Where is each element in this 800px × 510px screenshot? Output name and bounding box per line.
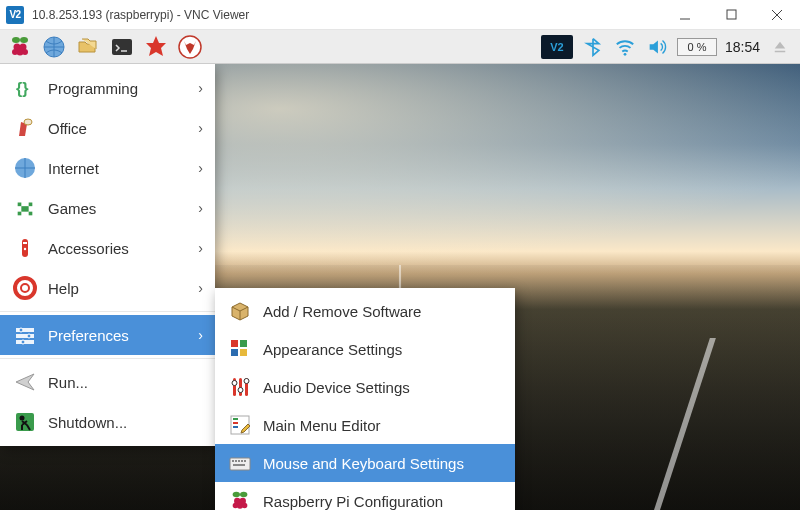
web-browser-launcher[interactable] xyxy=(40,33,68,61)
menu-accessories[interactable]: Accessories › xyxy=(0,228,215,268)
svg-rect-39 xyxy=(240,340,247,347)
menu-help[interactable]: Help › xyxy=(0,268,215,308)
menu-item-label: Run... xyxy=(48,374,88,391)
svg-text:{}: {} xyxy=(16,80,28,97)
raspberry-menu-button[interactable] xyxy=(6,33,34,61)
menu-preferences[interactable]: Preferences › xyxy=(0,315,215,355)
menu-games[interactable]: Games › xyxy=(0,188,215,228)
bluetooth-tray-icon[interactable] xyxy=(581,35,605,59)
file-manager-launcher[interactable] xyxy=(74,33,102,61)
svg-point-10 xyxy=(22,49,28,55)
menu-internet[interactable]: Internet › xyxy=(0,148,215,188)
svg-rect-50 xyxy=(233,422,238,424)
speaker-icon xyxy=(646,36,668,58)
minimize-icon xyxy=(679,9,691,21)
svg-rect-21 xyxy=(29,203,33,207)
submenu-mouse-keyboard-settings[interactable]: Mouse and Keyboard Settings xyxy=(215,444,515,482)
globe-icon xyxy=(42,35,66,59)
submenu-main-menu-editor[interactable]: Main Menu Editor xyxy=(215,406,515,444)
minimize-button[interactable] xyxy=(662,0,708,30)
submenu-appearance-settings[interactable]: Appearance Settings xyxy=(215,330,515,368)
panel-clock[interactable]: 18:54 xyxy=(725,39,760,55)
cpu-usage-indicator[interactable]: 0 % xyxy=(677,38,717,56)
spikey-icon xyxy=(144,35,168,59)
wifi-icon xyxy=(614,36,636,58)
mathematica-launcher[interactable] xyxy=(142,33,170,61)
internet-icon xyxy=(12,155,38,181)
vnc-window: V2 10.8.253.193 (raspberrypi) - VNC View… xyxy=(0,0,800,510)
preferences-submenu: Add / Remove Software Appearance Setting… xyxy=(215,288,515,510)
chevron-right-icon: › xyxy=(198,240,203,256)
svg-rect-54 xyxy=(235,460,237,462)
svg-point-65 xyxy=(242,503,248,509)
keyboard-icon xyxy=(227,450,253,476)
svg-point-29 xyxy=(21,284,29,292)
submenu-item-label: Main Menu Editor xyxy=(263,417,381,434)
maximize-icon xyxy=(726,9,737,20)
eject-tray-icon[interactable] xyxy=(768,35,792,59)
submenu-audio-device-settings[interactable]: Audio Device Settings xyxy=(215,368,515,406)
svg-point-9 xyxy=(12,49,18,55)
terminal-launcher[interactable] xyxy=(108,33,136,61)
svg-rect-13 xyxy=(112,39,132,55)
run-icon xyxy=(12,369,38,395)
submenu-add-remove-software[interactable]: Add / Remove Software xyxy=(215,292,515,330)
raspberry-icon xyxy=(8,35,32,59)
audio-sliders-icon xyxy=(227,374,253,400)
eject-icon xyxy=(771,38,789,56)
wolfram-launcher[interactable] xyxy=(176,33,204,61)
svg-point-60 xyxy=(240,492,247,498)
preferences-icon xyxy=(12,322,38,348)
chevron-right-icon: › xyxy=(198,327,203,343)
raspberry-icon xyxy=(227,488,253,510)
svg-point-33 xyxy=(19,328,23,332)
desktop-panel: V2 0 % 18:54 xyxy=(0,30,800,64)
chevron-right-icon: › xyxy=(198,120,203,136)
window-controls xyxy=(662,0,800,30)
wifi-tray-icon[interactable] xyxy=(613,35,637,59)
svg-rect-20 xyxy=(18,203,22,207)
panel-tray: V2 0 % 18:54 xyxy=(541,35,800,59)
menu-item-label: Preferences xyxy=(48,327,129,344)
menu-item-label: Internet xyxy=(48,160,99,177)
submenu-raspberry-pi-configuration[interactable]: Raspberry Pi Configuration xyxy=(215,482,515,510)
menu-editor-icon xyxy=(227,412,253,438)
svg-point-37 xyxy=(20,416,25,421)
svg-point-4 xyxy=(12,37,20,43)
vnc-tray-icon[interactable]: V2 xyxy=(541,35,573,59)
svg-rect-41 xyxy=(240,349,247,356)
office-icon xyxy=(12,115,38,141)
panel-launchers xyxy=(6,33,204,61)
svg-rect-24 xyxy=(29,212,33,216)
svg-rect-22 xyxy=(21,206,28,212)
svg-point-16 xyxy=(624,52,627,55)
menu-shutdown[interactable]: Shutdown... xyxy=(0,402,215,442)
close-button[interactable] xyxy=(754,0,800,30)
accessories-icon xyxy=(12,235,38,261)
menu-item-label: Programming xyxy=(48,80,138,97)
svg-rect-49 xyxy=(233,418,238,420)
menu-separator xyxy=(0,311,215,312)
svg-rect-26 xyxy=(23,242,27,244)
package-icon xyxy=(227,298,253,324)
menu-item-label: Help xyxy=(48,280,79,297)
chevron-right-icon: › xyxy=(198,200,203,216)
games-icon xyxy=(12,195,38,221)
desktop-area[interactable]: {} Programming › Office › Internet › Gam… xyxy=(0,64,800,510)
volume-tray-icon[interactable] xyxy=(645,35,669,59)
submenu-item-label: Mouse and Keyboard Settings xyxy=(263,455,464,472)
chevron-right-icon: › xyxy=(198,80,203,96)
window-title: 10.8.253.193 (raspberrypi) - VNC Viewer xyxy=(32,8,662,22)
menu-run[interactable]: Run... xyxy=(0,362,215,402)
folders-icon xyxy=(76,35,100,59)
svg-marker-14 xyxy=(146,36,166,56)
close-icon xyxy=(771,9,783,21)
menu-programming[interactable]: {} Programming › xyxy=(0,68,215,108)
menu-office[interactable]: Office › xyxy=(0,108,215,148)
svg-point-35 xyxy=(21,340,25,344)
programming-icon: {} xyxy=(12,75,38,101)
terminal-icon xyxy=(110,35,134,59)
maximize-button[interactable] xyxy=(708,0,754,30)
help-icon xyxy=(12,275,38,301)
svg-point-18 xyxy=(24,119,32,125)
